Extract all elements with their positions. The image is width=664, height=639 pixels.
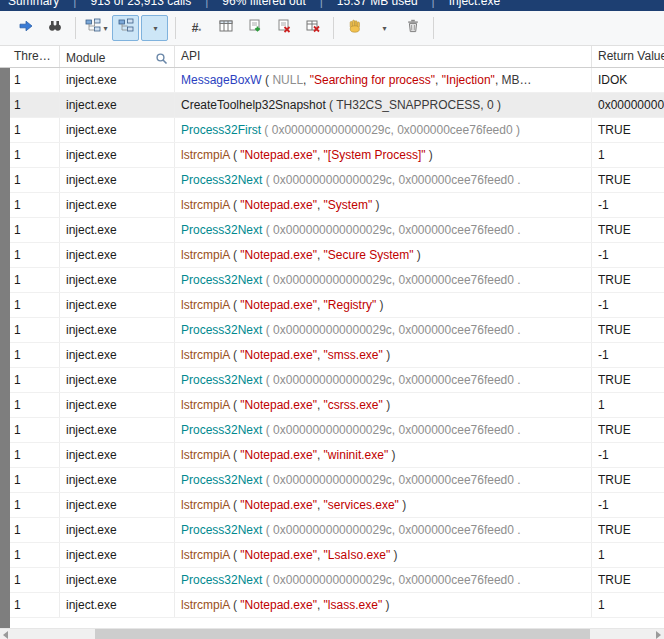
cell-api: lstrcmpiA ( "Notepad.exe", "Secure Syste… bbox=[175, 243, 592, 267]
table-row[interactable]: 1 inject.exe lstrcmpiA ( "Notepad.exe", … bbox=[10, 343, 664, 368]
column-header-api[interactable]: API bbox=[175, 46, 592, 67]
delete-button[interactable] bbox=[399, 15, 426, 41]
autosize-button[interactable]: #▪ bbox=[183, 15, 210, 41]
column-header-thread[interactable]: Thre… bbox=[0, 46, 60, 67]
cell-module: inject.exe bbox=[60, 318, 175, 342]
table-row[interactable]: 1 inject.exe lstrcmpiA ( "Notepad.exe", … bbox=[10, 293, 664, 318]
api-params: ( "Notepad.exe", "[System Process]" ) bbox=[230, 148, 433, 162]
view-dropdown-button[interactable]: ▾ bbox=[141, 15, 168, 41]
summary-item: Inject.exe bbox=[449, 0, 500, 8]
cell-thread: 1 bbox=[10, 343, 60, 367]
cell-thread: 1 bbox=[10, 368, 60, 392]
resume-button[interactable] bbox=[12, 15, 39, 41]
table-row[interactable]: 1 inject.exe lstrcmpiA ( "Notepad.exe", … bbox=[10, 593, 664, 618]
table-row[interactable]: 1 inject.exe Process32Next ( 0x000000000… bbox=[10, 518, 664, 543]
cell-api: Process32Next ( 0x000000000000029c, 0x00… bbox=[175, 468, 592, 492]
api-name: Process32First bbox=[181, 123, 261, 137]
api-params: ( 0x000000000000029c, 0x000000cee76feed0… bbox=[261, 123, 520, 137]
table-row[interactable]: 1 inject.exe Process32Next ( 0x000000000… bbox=[10, 218, 664, 243]
api-name: Process32Next bbox=[181, 273, 262, 287]
cell-api: CreateToolhelp32Snapshot ( TH32CS_SNAPPR… bbox=[175, 93, 592, 117]
scrollbar-left-arrow[interactable] bbox=[3, 631, 8, 639]
table-row[interactable]: 1 inject.exe Process32Next ( 0x000000000… bbox=[10, 368, 664, 393]
api-params: ( "Notepad.exe", "Registry" ) bbox=[230, 298, 384, 312]
api-name: Process32Next bbox=[181, 423, 262, 437]
table-row[interactable]: 1 inject.exe Process32First ( 0x00000000… bbox=[10, 118, 664, 143]
table-row[interactable]: 1 inject.exe lstrcmpiA ( "Notepad.exe", … bbox=[10, 193, 664, 218]
api-params: ( NULL, "Searching for process", "Inject… bbox=[262, 73, 532, 87]
cell-api: lstrcmpiA ( "Notepad.exe", "smss.exe" ) bbox=[175, 343, 592, 367]
api-params: ( 0x000000000000029c, 0x000000cee76feed0… bbox=[262, 473, 520, 487]
table-row[interactable]: 1 inject.exe CreateToolhelp32Snapshot ( … bbox=[10, 93, 664, 118]
cell-api: lstrcmpiA ( "Notepad.exe", "[System Proc… bbox=[175, 143, 592, 167]
cell-module: inject.exe bbox=[60, 118, 175, 142]
summary-item: 913 of 23,913 calls bbox=[90, 0, 191, 8]
export-button[interactable] bbox=[241, 15, 268, 41]
api-name: Process32Next bbox=[181, 373, 262, 387]
table-row[interactable]: 1 inject.exe lstrcmpiA ( "Notepad.exe", … bbox=[10, 493, 664, 518]
hash-icon: #▪ bbox=[192, 22, 202, 34]
cell-api: Process32Next ( 0x000000000000029c, 0x00… bbox=[175, 418, 592, 442]
cell-api: lstrcmpiA ( "Notepad.exe", "lsass.exe" ) bbox=[175, 593, 592, 617]
cell-module: inject.exe bbox=[60, 143, 175, 167]
cell-module: inject.exe bbox=[60, 543, 175, 567]
table-row[interactable]: 1 inject.exe MessageBoxW ( NULL, "Search… bbox=[10, 68, 664, 93]
cell-return: 1 bbox=[592, 593, 664, 617]
api-name: Process32Next bbox=[181, 323, 262, 337]
cell-thread: 1 bbox=[10, 518, 60, 542]
view-tree-button[interactable]: ▾ bbox=[83, 15, 110, 41]
api-name: Process32Next bbox=[181, 573, 262, 587]
break-dropdown-button[interactable]: ▾ bbox=[370, 15, 397, 41]
cell-module: inject.exe bbox=[60, 343, 175, 367]
remove-filter-button[interactable] bbox=[299, 15, 326, 41]
cell-return: -1 bbox=[592, 343, 664, 367]
api-name: lstrcmpiA bbox=[181, 248, 230, 262]
cell-thread: 1 bbox=[10, 243, 60, 267]
api-name: lstrcmpiA bbox=[181, 198, 230, 212]
table-row[interactable]: 1 inject.exe Process32Next ( 0x000000000… bbox=[10, 568, 664, 593]
cell-api: Process32Next ( 0x000000000000029c, 0x00… bbox=[175, 268, 592, 292]
cell-module: inject.exe bbox=[60, 443, 175, 467]
cell-thread: 1 bbox=[10, 418, 60, 442]
table-row[interactable]: 1 inject.exe lstrcmpiA ( "Notepad.exe", … bbox=[10, 393, 664, 418]
table-row[interactable]: 1 inject.exe lstrcmpiA ( "Notepad.exe", … bbox=[10, 243, 664, 268]
api-params: ( 0x000000000000029c, 0x000000cee76feed0… bbox=[262, 423, 520, 437]
table-row[interactable]: 1 inject.exe lstrcmpiA ( "Notepad.exe", … bbox=[10, 443, 664, 468]
table-row[interactable]: 1 inject.exe Process32Next ( 0x000000000… bbox=[10, 418, 664, 443]
break-button[interactable] bbox=[341, 15, 368, 41]
cell-return: IDOK bbox=[592, 68, 664, 92]
find-button[interactable] bbox=[41, 15, 68, 41]
api-params: ( 0x000000000000029c, 0x000000cee76feed0… bbox=[262, 323, 520, 337]
api-params: ( 0x000000000000029c, 0x000000cee76feed0… bbox=[262, 373, 520, 387]
cell-return: TRUE bbox=[592, 318, 664, 342]
api-params: ( "Notepad.exe", "services.exe" ) bbox=[230, 498, 406, 512]
table-row[interactable]: 1 inject.exe Process32Next ( 0x000000000… bbox=[10, 268, 664, 293]
cell-module: inject.exe bbox=[60, 368, 175, 392]
cell-return: -1 bbox=[592, 243, 664, 267]
column-header-module[interactable]: Module bbox=[60, 46, 175, 67]
cell-return: 0x000000000000029c bbox=[592, 93, 664, 117]
view-grouped-button[interactable] bbox=[112, 15, 139, 41]
cell-module: inject.exe bbox=[60, 593, 175, 617]
scrollbar-thumb[interactable] bbox=[95, 629, 590, 639]
table-row[interactable]: 1 inject.exe Process32Next ( 0x000000000… bbox=[10, 468, 664, 493]
api-params: ( "Notepad.exe", "wininit.exe" ) bbox=[230, 448, 396, 462]
horizontal-scrollbar[interactable] bbox=[0, 628, 664, 639]
org-tree-icon bbox=[85, 18, 101, 38]
column-header-return[interactable]: Return Value bbox=[592, 46, 664, 67]
cell-thread: 1 bbox=[10, 193, 60, 217]
columns-button[interactable] bbox=[212, 15, 239, 41]
clear-display-button[interactable] bbox=[270, 15, 297, 41]
scrollbar-right-arrow[interactable] bbox=[656, 631, 661, 639]
filter-magnifier-icon bbox=[155, 52, 168, 65]
table-row[interactable]: 1 inject.exe lstrcmpiA ( "Notepad.exe", … bbox=[10, 143, 664, 168]
grid-red-x-icon bbox=[305, 18, 321, 38]
cell-thread: 1 bbox=[10, 293, 60, 317]
table-row[interactable]: 1 inject.exe Process32Next ( 0x000000000… bbox=[10, 168, 664, 193]
cell-api: Process32Next ( 0x000000000000029c, 0x00… bbox=[175, 218, 592, 242]
cell-thread: 1 bbox=[10, 568, 60, 592]
table-row[interactable]: 1 inject.exe Process32Next ( 0x000000000… bbox=[10, 318, 664, 343]
trash-icon bbox=[405, 18, 421, 38]
cell-api: Process32Next ( 0x000000000000029c, 0x00… bbox=[175, 318, 592, 342]
table-row[interactable]: 1 inject.exe lstrcmpiA ( "Notepad.exe", … bbox=[10, 543, 664, 568]
